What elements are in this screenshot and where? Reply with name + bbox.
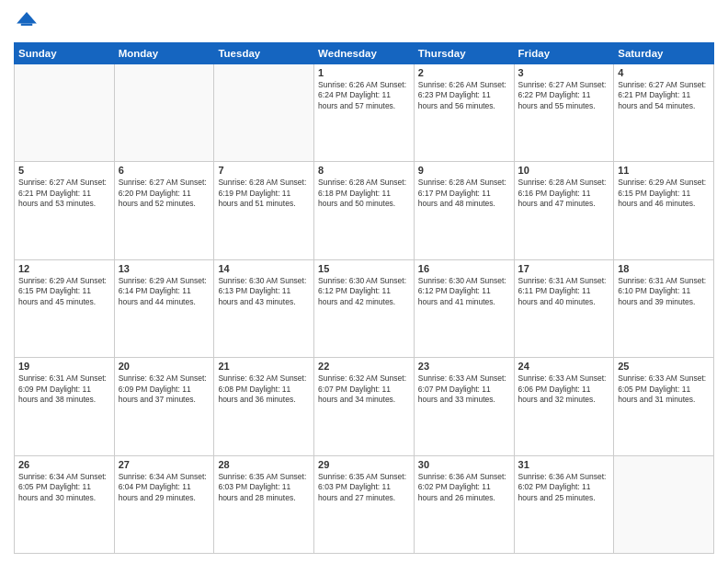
logo: [14, 9, 43, 35]
calendar-cell: [15, 64, 115, 162]
day-detail: Sunrise: 6:32 AM Sunset: 6:09 PM Dayligh…: [119, 373, 210, 405]
calendar-cell: 23Sunrise: 6:33 AM Sunset: 6:07 PM Dayli…: [414, 358, 514, 455]
calendar-week-row: 1Sunrise: 6:26 AM Sunset: 6:24 PM Daylig…: [15, 64, 714, 162]
day-detail: Sunrise: 6:27 AM Sunset: 6:21 PM Dayligh…: [618, 80, 710, 111]
day-number: 7: [218, 165, 310, 176]
day-detail: Sunrise: 6:32 AM Sunset: 6:08 PM Dayligh…: [218, 373, 310, 405]
calendar-cell: 2Sunrise: 6:26 AM Sunset: 6:23 PM Daylig…: [414, 64, 514, 162]
day-detail: Sunrise: 6:31 AM Sunset: 6:09 PM Dayligh…: [18, 373, 110, 405]
day-detail: Sunrise: 6:35 AM Sunset: 6:03 PM Dayligh…: [318, 472, 410, 503]
day-detail: Sunrise: 6:28 AM Sunset: 6:16 PM Dayligh…: [518, 178, 610, 209]
calendar-header-sunday: Sunday: [15, 43, 115, 64]
day-detail: Sunrise: 6:33 AM Sunset: 6:05 PM Dayligh…: [618, 373, 710, 405]
calendar-cell: 29Sunrise: 6:35 AM Sunset: 6:03 PM Dayli…: [314, 455, 415, 553]
day-detail: Sunrise: 6:31 AM Sunset: 6:11 PM Dayligh…: [518, 276, 610, 307]
calendar-cell: [114, 64, 214, 162]
calendar-table: SundayMondayTuesdayWednesdayThursdayFrid…: [14, 42, 714, 554]
calendar-cell: [214, 64, 314, 162]
calendar-cell: 25Sunrise: 6:33 AM Sunset: 6:05 PM Dayli…: [614, 358, 714, 455]
calendar-cell: 12Sunrise: 6:29 AM Sunset: 6:15 PM Dayli…: [15, 259, 115, 357]
calendar-cell: 24Sunrise: 6:33 AM Sunset: 6:06 PM Dayli…: [514, 358, 614, 455]
day-number: 18: [618, 263, 710, 274]
day-number: 12: [18, 263, 110, 274]
day-detail: Sunrise: 6:33 AM Sunset: 6:07 PM Dayligh…: [418, 373, 510, 405]
calendar-header-monday: Monday: [114, 43, 214, 64]
day-number: 28: [218, 459, 310, 470]
day-number: 21: [218, 361, 310, 372]
day-number: 25: [618, 361, 710, 372]
calendar-cell: 4Sunrise: 6:27 AM Sunset: 6:21 PM Daylig…: [614, 64, 714, 162]
day-detail: Sunrise: 6:34 AM Sunset: 6:04 PM Dayligh…: [119, 472, 210, 503]
day-number: 11: [618, 165, 710, 176]
logo-icon: [14, 9, 40, 35]
day-detail: Sunrise: 6:32 AM Sunset: 6:07 PM Dayligh…: [318, 373, 410, 405]
calendar-cell: 26Sunrise: 6:34 AM Sunset: 6:05 PM Dayli…: [15, 455, 115, 553]
day-detail: Sunrise: 6:26 AM Sunset: 6:23 PM Dayligh…: [418, 80, 510, 111]
day-detail: Sunrise: 6:35 AM Sunset: 6:03 PM Dayligh…: [218, 472, 310, 503]
svg-rect-1: [21, 24, 32, 26]
calendar-cell: [614, 455, 714, 553]
day-number: 23: [418, 361, 510, 372]
calendar-header-saturday: Saturday: [614, 43, 714, 64]
calendar-cell: 27Sunrise: 6:34 AM Sunset: 6:04 PM Dayli…: [114, 455, 214, 553]
day-detail: Sunrise: 6:31 AM Sunset: 6:10 PM Dayligh…: [618, 276, 710, 307]
calendar-header-tuesday: Tuesday: [214, 43, 314, 64]
calendar-header-thursday: Thursday: [414, 43, 514, 64]
calendar-cell: 15Sunrise: 6:30 AM Sunset: 6:12 PM Dayli…: [314, 259, 415, 357]
calendar-week-row: 5Sunrise: 6:27 AM Sunset: 6:21 PM Daylig…: [15, 162, 714, 259]
day-number: 14: [218, 263, 310, 274]
day-number: 9: [418, 165, 510, 176]
day-detail: Sunrise: 6:34 AM Sunset: 6:05 PM Dayligh…: [18, 472, 110, 503]
calendar-cell: 9Sunrise: 6:28 AM Sunset: 6:17 PM Daylig…: [414, 162, 514, 259]
day-detail: Sunrise: 6:28 AM Sunset: 6:18 PM Dayligh…: [318, 178, 410, 209]
day-detail: Sunrise: 6:29 AM Sunset: 6:15 PM Dayligh…: [618, 178, 710, 209]
calendar-cell: 21Sunrise: 6:32 AM Sunset: 6:08 PM Dayli…: [214, 358, 314, 455]
page: SundayMondayTuesdayWednesdayThursdayFrid…: [0, 0, 728, 563]
day-detail: Sunrise: 6:33 AM Sunset: 6:06 PM Dayligh…: [518, 373, 610, 405]
header: [14, 9, 714, 35]
day-number: 31: [518, 459, 610, 470]
calendar-cell: 31Sunrise: 6:36 AM Sunset: 6:02 PM Dayli…: [514, 455, 614, 553]
calendar-week-row: 12Sunrise: 6:29 AM Sunset: 6:15 PM Dayli…: [15, 259, 714, 357]
calendar-cell: 7Sunrise: 6:28 AM Sunset: 6:19 PM Daylig…: [214, 162, 314, 259]
day-number: 15: [318, 263, 410, 274]
day-detail: Sunrise: 6:30 AM Sunset: 6:12 PM Dayligh…: [318, 276, 410, 307]
calendar-cell: 14Sunrise: 6:30 AM Sunset: 6:13 PM Dayli…: [214, 259, 314, 357]
day-number: 30: [418, 459, 510, 470]
day-detail: Sunrise: 6:28 AM Sunset: 6:19 PM Dayligh…: [218, 178, 310, 209]
day-detail: Sunrise: 6:36 AM Sunset: 6:02 PM Dayligh…: [418, 472, 510, 503]
calendar-cell: 1Sunrise: 6:26 AM Sunset: 6:24 PM Daylig…: [314, 64, 415, 162]
calendar-cell: 11Sunrise: 6:29 AM Sunset: 6:15 PM Dayli…: [614, 162, 714, 259]
day-number: 24: [518, 361, 610, 372]
calendar-cell: 18Sunrise: 6:31 AM Sunset: 6:10 PM Dayli…: [614, 259, 714, 357]
day-number: 16: [418, 263, 510, 274]
day-detail: Sunrise: 6:30 AM Sunset: 6:12 PM Dayligh…: [418, 276, 510, 307]
calendar-header-friday: Friday: [514, 43, 614, 64]
day-number: 26: [18, 459, 110, 470]
calendar-cell: 10Sunrise: 6:28 AM Sunset: 6:16 PM Dayli…: [514, 162, 614, 259]
calendar-cell: 8Sunrise: 6:28 AM Sunset: 6:18 PM Daylig…: [314, 162, 415, 259]
day-number: 29: [318, 459, 410, 470]
day-detail: Sunrise: 6:26 AM Sunset: 6:24 PM Dayligh…: [318, 80, 410, 111]
calendar-cell: 30Sunrise: 6:36 AM Sunset: 6:02 PM Dayli…: [414, 455, 514, 553]
calendar-header-wednesday: Wednesday: [314, 43, 415, 64]
calendar-cell: 3Sunrise: 6:27 AM Sunset: 6:22 PM Daylig…: [514, 64, 614, 162]
calendar-cell: 13Sunrise: 6:29 AM Sunset: 6:14 PM Dayli…: [114, 259, 214, 357]
day-number: 17: [518, 263, 610, 274]
day-detail: Sunrise: 6:27 AM Sunset: 6:20 PM Dayligh…: [119, 178, 210, 209]
calendar-cell: 19Sunrise: 6:31 AM Sunset: 6:09 PM Dayli…: [15, 358, 115, 455]
day-number: 20: [119, 361, 210, 372]
calendar-cell: 22Sunrise: 6:32 AM Sunset: 6:07 PM Dayli…: [314, 358, 415, 455]
calendar-cell: 20Sunrise: 6:32 AM Sunset: 6:09 PM Dayli…: [114, 358, 214, 455]
calendar-week-row: 26Sunrise: 6:34 AM Sunset: 6:05 PM Dayli…: [15, 455, 714, 553]
svg-marker-0: [17, 12, 37, 23]
day-detail: Sunrise: 6:29 AM Sunset: 6:14 PM Dayligh…: [119, 276, 210, 307]
day-detail: Sunrise: 6:29 AM Sunset: 6:15 PM Dayligh…: [18, 276, 110, 307]
day-number: 6: [119, 165, 210, 176]
day-number: 4: [618, 67, 710, 78]
day-detail: Sunrise: 6:28 AM Sunset: 6:17 PM Dayligh…: [418, 178, 510, 209]
day-number: 8: [318, 165, 410, 176]
day-number: 27: [119, 459, 210, 470]
day-number: 22: [318, 361, 410, 372]
day-number: 10: [518, 165, 610, 176]
